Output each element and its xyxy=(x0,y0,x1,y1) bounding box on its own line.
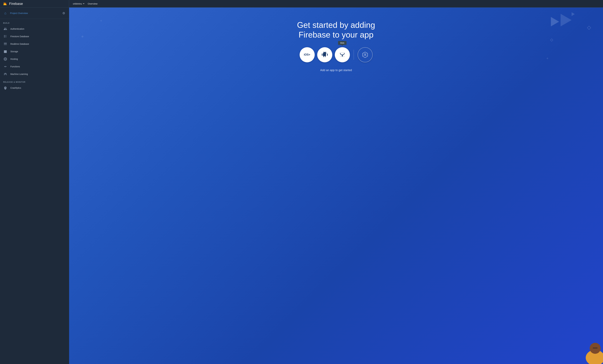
main-layout: ⌂ Project Overview ⚙ Build Authenticatio… xyxy=(0,8,603,364)
hosting-icon xyxy=(3,57,8,61)
sidebar-item-storage[interactable]: Storage xyxy=(0,48,67,55)
sidebar-item-firestore[interactable]: Firestore Database xyxy=(0,33,67,40)
chevron-down-icon xyxy=(83,3,84,4)
svg-rect-0 xyxy=(4,43,7,44)
firebase-logo-area: Firebase xyxy=(0,0,69,7)
ios-label: iOS+ xyxy=(304,53,311,56)
firestore-label: Firestore Database xyxy=(10,35,29,38)
storage-icon xyxy=(3,49,8,54)
sidebar-item-ml[interactable]: Machine Learning xyxy=(0,70,67,78)
svg-point-7 xyxy=(4,74,5,75)
project-overview-label: Project Overview xyxy=(10,12,61,14)
top-bar: Firebase orbitntnu Overview xyxy=(0,0,603,8)
hero-heading-line2: Firebase to your app xyxy=(299,30,374,39)
svg-rect-11 xyxy=(593,348,598,348)
functions-label: Functions xyxy=(10,65,20,68)
svg-rect-2 xyxy=(4,45,7,45)
svg-point-8 xyxy=(6,74,7,75)
breadcrumb-overview: Overview xyxy=(88,2,97,5)
sidebar-item-realtime-db[interactable]: Realtime Database xyxy=(0,40,67,48)
firebase-logo-text: Firebase xyxy=(9,2,23,6)
web-icon xyxy=(338,51,346,58)
add-app-text: Add an app to get started xyxy=(320,68,352,72)
svg-rect-1 xyxy=(4,44,7,44)
build-section-label: Build xyxy=(0,19,69,25)
hero-heading: Get started by adding Firebase to your a… xyxy=(297,20,375,40)
realtime-db-label: Realtime Database xyxy=(10,43,29,45)
storage-label: Storage xyxy=(10,50,18,53)
functions-icon xyxy=(3,64,8,69)
realtime-db-icon xyxy=(3,42,8,46)
gear-icon: ⚙ xyxy=(62,11,65,15)
unity-platform-button[interactable] xyxy=(358,47,373,62)
people-icon xyxy=(3,27,8,31)
settings-icon-wrap[interactable]: ⚙ xyxy=(61,10,67,16)
crashlytics-icon xyxy=(3,86,8,90)
svg-point-5 xyxy=(6,66,7,67)
content-area: Get started by adding Firebase to your a… xyxy=(69,8,603,364)
project-selector[interactable]: orbitntnu xyxy=(73,2,84,5)
ml-icon xyxy=(3,72,8,76)
ios-platform-button[interactable]: iOS+ xyxy=(300,47,315,62)
release-section-label: Release & Monitor xyxy=(0,78,69,84)
sidebar-item-authentication[interactable]: Authentication xyxy=(0,25,67,33)
web-tooltip: Web xyxy=(338,41,347,45)
home-icon: ⌂ xyxy=(4,11,6,15)
project-selector-name: orbitntnu xyxy=(73,2,82,5)
platform-buttons: iOS+ Web xyxy=(300,47,373,62)
android-platform-button[interactable] xyxy=(317,47,332,62)
authentication-label: Authentication xyxy=(10,28,24,30)
top-nav: orbitntnu Overview xyxy=(69,0,603,7)
crashlytics-label: Crashlytics xyxy=(10,87,21,89)
web-platform-button[interactable]: Web xyxy=(335,47,350,62)
hosting-label: Hosting xyxy=(10,58,18,60)
sidebar-item-crashlytics[interactable]: Crashlytics xyxy=(0,84,67,92)
firestore-icon xyxy=(3,34,8,39)
svg-point-6 xyxy=(5,73,6,74)
character-svg xyxy=(575,330,603,364)
hero-heading-line1: Get started by adding xyxy=(297,20,375,30)
sidebar-item-hosting[interactable]: Hosting xyxy=(0,55,67,63)
svg-point-4 xyxy=(4,66,5,67)
platform-divider xyxy=(354,50,354,60)
main-content: Get started by adding Firebase to your a… xyxy=(69,20,603,72)
character-illustration xyxy=(575,330,603,364)
unity-icon xyxy=(361,51,369,58)
home-icon-wrap: ⌂ xyxy=(2,10,8,16)
ml-label: Machine Learning xyxy=(10,73,28,75)
android-icon xyxy=(321,51,328,58)
firebase-logo-icon xyxy=(2,1,8,6)
project-overview-row[interactable]: ⌂ Project Overview ⚙ xyxy=(0,8,69,19)
sidebar: ⌂ Project Overview ⚙ Build Authenticatio… xyxy=(0,8,69,364)
sidebar-item-functions[interactable]: Functions xyxy=(0,63,67,70)
